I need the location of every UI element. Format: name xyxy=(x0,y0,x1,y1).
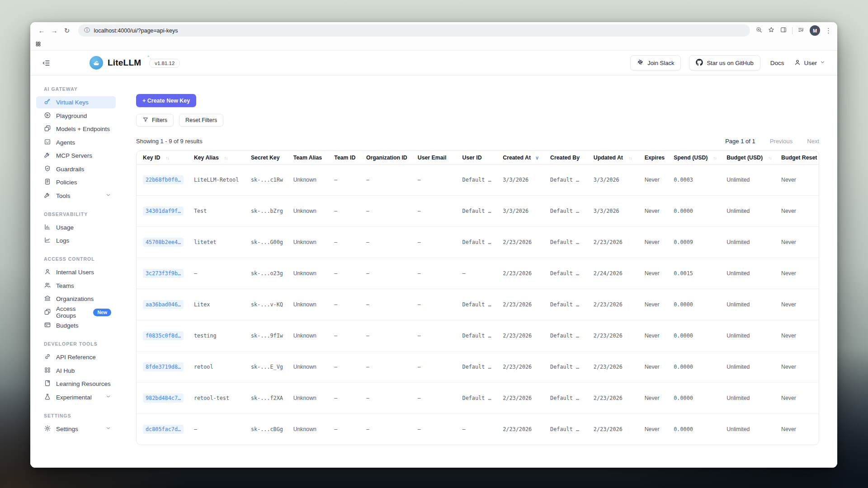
sort-desc-icon[interactable]: ∨ xyxy=(535,155,539,160)
key-id-link[interactable]: 45708b2ee4… xyxy=(143,238,184,247)
sidebar-item-label: Agents xyxy=(56,139,75,146)
user-menu[interactable]: User xyxy=(794,59,826,67)
sidebar-item-mcp-servers[interactable]: MCP Servers xyxy=(36,150,116,162)
sidebar-item-models-endpoints[interactable]: Models + Endpoints xyxy=(36,123,116,135)
brand-name: LiteLLM xyxy=(108,58,141,68)
cell-value: sk-...G00g xyxy=(251,239,283,245)
cell-value: Unknown xyxy=(293,239,316,245)
next-page-button[interactable]: Next xyxy=(807,138,819,145)
cell-value: Never xyxy=(781,208,796,214)
key-id-link[interactable]: 3c273f3f9b… xyxy=(143,269,184,278)
column-header-key-id[interactable]: Key ID↑↓ xyxy=(137,151,188,164)
forward-button[interactable]: → xyxy=(48,25,60,37)
column-header-budget-usd[interactable]: Budget (USD)↑↓ xyxy=(720,151,775,164)
flask-icon xyxy=(44,393,51,402)
sidebar-item-organizations[interactable]: Organizations xyxy=(36,293,116,305)
sidebar-collapse-button[interactable] xyxy=(42,59,51,67)
cell-value: Unlimited xyxy=(726,239,750,245)
sidebar-item-access-groups[interactable]: Access GroupsNew xyxy=(36,306,116,319)
profile-avatar[interactable]: M xyxy=(810,25,820,36)
sort-icon[interactable]: ↑↓ xyxy=(713,155,717,160)
back-button[interactable]: ← xyxy=(36,25,47,37)
header-actions: Join Slack Star us on GitHub Docs User xyxy=(630,55,826,70)
sidebar-item-agents[interactable]: Agents xyxy=(36,136,116,149)
column-header-updated-at[interactable]: Updated At↑↓ xyxy=(587,151,638,164)
sort-icon[interactable]: ↑↓ xyxy=(768,155,772,160)
cell-value: Unknown xyxy=(293,395,316,401)
cell-value: Unlimited xyxy=(726,364,750,370)
site-info-icon[interactable]: ⓘ xyxy=(84,27,90,34)
column-header-key-alias[interactable]: Key Alias↑↓ xyxy=(188,151,245,164)
key-row: 22b68fb0f0…LiteLLM-Retoolsk-...c1RwUnkno… xyxy=(137,164,819,196)
sort-icon[interactable]: ↑↓ xyxy=(165,155,169,160)
sidebar-item-budgets[interactable]: Budgets xyxy=(36,319,116,332)
sidebar-item-policies[interactable]: Policies xyxy=(36,176,116,188)
cell-value: Unknown xyxy=(293,364,316,370)
gear-icon xyxy=(44,425,51,433)
key-id-link[interactable]: f0835c0f8d… xyxy=(143,331,184,340)
browser-menu-icon[interactable]: ⋮ xyxy=(825,27,832,35)
sidebar-item-learning-resources[interactable]: Learning Resources xyxy=(36,378,116,390)
column-header-spend-usd[interactable]: Spend (USD)↑↓ xyxy=(667,151,720,164)
cell-value: Unknown xyxy=(293,301,316,308)
cell-value: – xyxy=(334,395,337,401)
key-row: aa36bad046…Litexsk-...v-KQUnknown–––Defa… xyxy=(137,289,819,320)
reload-button[interactable]: ↻ xyxy=(61,25,73,37)
card-icon xyxy=(44,321,51,330)
cell-value: – xyxy=(418,270,421,277)
sidebar-item-label: Virtual Keys xyxy=(56,99,89,106)
sidebar-item-ai-hub[interactable]: AI Hub xyxy=(36,365,116,377)
column-header-created-at[interactable]: Created At∨ xyxy=(496,151,544,164)
cell-value: Unknown xyxy=(293,333,316,339)
sidebar-item-experimental[interactable]: Experimental xyxy=(36,391,116,404)
key-id-link[interactable]: 982bd484c7… xyxy=(143,394,184,403)
sidebar-item-api-reference[interactable]: API Reference xyxy=(36,351,116,363)
cell-value: Unknown xyxy=(293,208,316,214)
key-row: f0835c0f8d…testingsk-...9fIwUnknown–––De… xyxy=(137,320,819,352)
grid-icon xyxy=(44,366,51,375)
reset-filters-button[interactable]: Reset Filters xyxy=(179,114,223,127)
results-row: Showing 1 - 9 of 9 results Page 1 of 1 P… xyxy=(136,138,819,145)
join-slack-button[interactable]: Join Slack xyxy=(630,55,681,70)
sort-icon[interactable]: ↑↓ xyxy=(628,155,632,160)
cell-value: 2/23/2026 xyxy=(594,395,623,401)
bookmark-star-icon[interactable] xyxy=(768,26,775,35)
previous-page-button[interactable]: Previous xyxy=(770,138,793,145)
column-header-budget-reset: Budget Reset xyxy=(775,151,819,164)
key-id-link[interactable]: dc805fac7d… xyxy=(143,425,184,434)
filters-button[interactable]: Filters xyxy=(136,114,174,127)
cell-value: – xyxy=(418,364,421,370)
sort-icon[interactable]: ↑↓ xyxy=(224,155,228,160)
page-info: Page 1 of 1 xyxy=(725,138,755,145)
bookmarks-bar xyxy=(30,39,837,51)
sparkle-icon xyxy=(146,55,152,63)
star-github-button[interactable]: Star us on GitHub xyxy=(689,55,760,70)
sidebar-item-tools[interactable]: Tools xyxy=(36,190,116,202)
address-bar[interactable]: ⓘ localhost:4000/ui/?page=api-keys xyxy=(78,24,750,37)
key-id-link[interactable]: 22b68fb0f0… xyxy=(143,175,184,184)
key-id-link[interactable]: aa36bad046… xyxy=(143,300,184,309)
book-icon xyxy=(44,380,51,388)
cell-value: – xyxy=(418,426,421,432)
extension-icon[interactable] xyxy=(797,26,805,35)
sidebar-item-settings[interactable]: Settings xyxy=(36,423,116,435)
sidebar-item-virtual-keys[interactable]: Virtual Keys xyxy=(36,96,116,108)
apps-grid-icon[interactable] xyxy=(35,41,41,49)
sidebar-item-logs[interactable]: Logs xyxy=(36,235,116,247)
key-id-link[interactable]: 34301daf9f… xyxy=(143,206,184,216)
key-row: 45708b2ee4…litetetsk-...G00gUnknown–––De… xyxy=(137,227,819,258)
create-new-key-button[interactable]: + Create New Key xyxy=(136,94,196,107)
zoom-icon[interactable] xyxy=(755,26,763,35)
key-id-link[interactable]: 8fde3719d8… xyxy=(143,362,184,371)
docs-link[interactable]: Docs xyxy=(769,60,786,66)
cell-value: – xyxy=(366,426,369,432)
sidebar-item-teams[interactable]: Teams xyxy=(36,280,116,292)
cell-value: – xyxy=(366,177,369,183)
cell-value: – xyxy=(366,208,369,214)
sidebar-item-internal-users[interactable]: Internal Users xyxy=(36,266,116,278)
cell-value: sk-...v-KQ xyxy=(251,301,283,308)
sidebar-item-playground[interactable]: Playground xyxy=(36,110,116,122)
sidebar-item-usage[interactable]: Usage xyxy=(36,221,116,234)
side-panel-icon[interactable] xyxy=(780,26,787,35)
sidebar-item-guardrails[interactable]: Guardrails xyxy=(36,163,116,175)
